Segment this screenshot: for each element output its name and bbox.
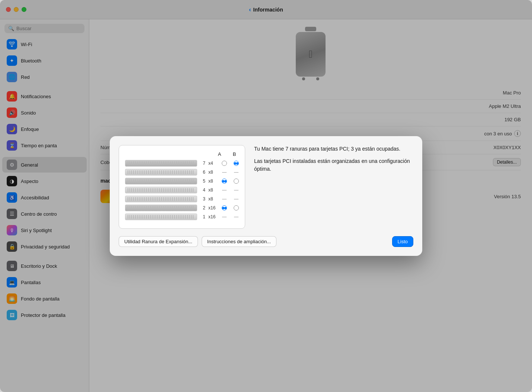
pci-card-2 — [125, 205, 197, 211]
pci-radio-2a[interactable] — [222, 205, 227, 211]
pci-radios-4: — — — [222, 187, 239, 193]
expansion-utility-button[interactable]: Utilidad Ranura de Expansión... — [119, 236, 198, 247]
pci-slot-num-7: 7 — [200, 161, 205, 166]
pci-speed-3: x8 — [208, 196, 219, 202]
pci-radios-6: — — — [222, 170, 239, 175]
pci-slot-num-4: 4 — [200, 187, 205, 193]
pci-slot-num-3: 3 — [200, 196, 205, 202]
pci-slot-6: 6 x8 — — — [125, 169, 239, 176]
pci-slot-num-2: 2 — [200, 205, 205, 211]
pci-dash-6a: — — [222, 170, 227, 175]
pci-dash-4a: — — [222, 187, 227, 193]
pci-modal: A B 7 x4 — [110, 136, 422, 256]
pci-speed-7: x4 — [208, 161, 219, 166]
pci-speed-2: x16 — [208, 205, 219, 211]
pci-radios-7 — [222, 161, 239, 166]
pci-dash-3a: — — [222, 196, 227, 202]
pci-slot-1: 1 x16 — — — [125, 213, 239, 220]
pci-slot-5: 5 x8 — [125, 178, 239, 184]
pci-diagram: A B 7 x4 — [119, 145, 245, 229]
pci-radios-2 — [222, 205, 239, 211]
pci-slot-num-6: 6 — [200, 170, 205, 175]
modal-description: Tu Mac tiene 7 ranuras para tarjetas PCI… — [254, 145, 413, 229]
pci-speed-1: x16 — [208, 214, 219, 219]
pci-radio-2b[interactable] — [234, 205, 239, 211]
pci-col-b-label: B — [231, 151, 237, 157]
pci-slot-4: 4 x8 — — — [125, 187, 239, 193]
pci-radios-5 — [222, 179, 239, 184]
pci-slot-num-5: 5 — [200, 179, 205, 184]
modal-footer: Utilidad Ranura de Expansión... Instrucc… — [119, 236, 413, 247]
pci-radio-7b[interactable] — [234, 161, 239, 166]
instructions-button[interactable]: Instrucciones de ampliación... — [202, 236, 276, 247]
pci-slot-3: 3 x8 — — — [125, 196, 239, 202]
pci-column-headers: A B — [125, 151, 239, 157]
pci-dash-3b: — — [234, 196, 239, 202]
pci-radios-1: — — — [222, 214, 239, 219]
pci-speed-6: x8 — [208, 170, 219, 175]
pci-card-7 — [125, 160, 197, 167]
modal-body: A B 7 x4 — [119, 145, 413, 229]
modal-overlay: A B 7 x4 — [0, 0, 532, 392]
main-window: ‹ Información 🔍 Wi-Fi ✦ Bluetooth — [0, 0, 532, 392]
pci-radio-7a[interactable] — [222, 161, 227, 166]
pci-slot-7: 7 x4 — [125, 160, 239, 167]
pci-dash-4b: — — [234, 187, 239, 193]
pci-radio-5a[interactable] — [222, 179, 227, 184]
pci-slot-num-1: 1 — [200, 214, 205, 219]
pci-card-3 — [125, 196, 197, 202]
pci-card-1 — [125, 213, 197, 220]
pci-radio-5b[interactable] — [234, 179, 239, 184]
pci-speed-4: x8 — [208, 187, 219, 193]
pci-dash-6b: — — [234, 170, 239, 175]
pci-dash-1a: — — [222, 214, 227, 219]
pci-card-5 — [125, 178, 197, 184]
pci-slot-2: 2 x16 — [125, 205, 239, 211]
modal-desc-1: Tu Mac tiene 7 ranuras para tarjetas PCI… — [254, 145, 413, 153]
pci-speed-5: x8 — [208, 179, 219, 184]
modal-desc-2: Las tarjetas PCI instaladas están organi… — [254, 157, 413, 173]
pci-dash-1b: — — [234, 214, 239, 219]
pci-card-6 — [125, 169, 197, 176]
pci-card-4 — [125, 187, 197, 193]
pci-radios-3: — — — [222, 196, 239, 202]
pci-col-a-label: A — [217, 151, 222, 157]
done-button[interactable]: Listo — [392, 236, 413, 247]
